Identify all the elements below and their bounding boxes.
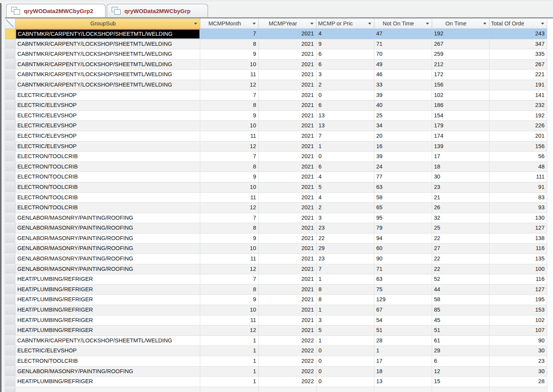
cell-mcmp-or-pric[interactable]: 22 [317, 234, 374, 244]
record-selector[interactable] [5, 90, 15, 101]
cell-mcmpyear[interactable]: 2021 [259, 39, 317, 50]
cell-mcmpmonth-empty[interactable] [200, 387, 259, 392]
cell-not-on-time[interactable]: 65 [374, 203, 432, 213]
cell-total-of-orde[interactable]: 221 [489, 70, 547, 80]
cell-mcmp-or-pric[interactable]: 23 [317, 254, 374, 264]
cell-mcmpmonth[interactable]: 7 [200, 90, 259, 101]
cell-on-time[interactable]: 212 [432, 60, 489, 70]
cell-mcmp-or-pric[interactable]: 4 [317, 193, 374, 203]
cell-mcmp-or-pric[interactable]: 8 [317, 285, 374, 295]
cell-on-time[interactable]: 85 [432, 305, 489, 315]
column-header-not-on-time[interactable]: Not On Time [374, 18, 432, 29]
record-selector[interactable] [5, 39, 15, 50]
cell-mcmpmonth[interactable]: 9 [200, 49, 259, 60]
cell-mcmp-or-pric[interactable]: 13 [317, 121, 374, 131]
cell-on-time[interactable]: 27 [432, 244, 489, 254]
cell-groupsub[interactable]: ELECTRIC/ELEVSHOP [15, 346, 200, 356]
cell-total-of-orde[interactable]: 83 [489, 193, 547, 203]
record-selector[interactable] [5, 264, 15, 275]
cell-mcmp-or-pric[interactable]: 5 [317, 325, 374, 336]
cell-mcmp-or-pric[interactable]: 0 [317, 367, 374, 377]
record-selector[interactable] [5, 234, 15, 244]
cell-mcmpmonth[interactable]: 7 [200, 274, 259, 285]
cell-mcmp-or-pric[interactable]: 1 [317, 142, 374, 152]
cell-total-of-orde[interactable]: 23 [489, 356, 547, 367]
cell-mcmpyear[interactable]: 2021 [259, 315, 317, 326]
cell-mcmp-or-pric[interactable]: 7 [317, 131, 374, 142]
cell-not-on-time[interactable]: 20 [374, 131, 432, 142]
cell-mcmpmonth[interactable]: 10 [200, 305, 259, 315]
cell-groupsub[interactable]: ELECTRIC/ELEVSHOP [15, 142, 200, 152]
cell-total-of-orde[interactable]: 28 [489, 377, 547, 387]
cell-not-on-time[interactable]: 94 [374, 234, 432, 244]
record-selector[interactable] [5, 121, 15, 131]
cell-groupsub[interactable]: GENLABOR/MASONRY/PAINTING/ROOFING [15, 223, 200, 234]
cell-on-time[interactable]: 45 [432, 315, 489, 326]
cell-on-time[interactable]: 186 [432, 100, 489, 111]
cell-not-on-time[interactable]: 58 [374, 193, 432, 203]
cell-mcmpmonth[interactable]: 12 [200, 264, 259, 275]
column-header-mcmpmonth[interactable]: MCMPMonth [200, 18, 259, 29]
cell-not-on-time[interactable]: 49 [374, 60, 432, 70]
record-selector[interactable] [5, 131, 15, 142]
record-selector[interactable] [5, 346, 15, 356]
cell-mcmpyear[interactable]: 2021 [259, 264, 317, 275]
filter-dropdown-icon[interactable] [253, 23, 256, 25]
cell-groupsub[interactable]: ELECTRON/TOOLCRIB [15, 182, 200, 193]
cell-mcmpmonth[interactable]: 8 [200, 39, 259, 50]
column-header-on-time[interactable]: On Time [432, 18, 489, 29]
record-selector[interactable] [5, 172, 15, 182]
cell-mcmpyear[interactable]: 2021 [259, 111, 317, 121]
cell-total-of-orde[interactable]: 201 [489, 131, 547, 142]
tab-qrywodata2mwcbygrp2[interactable]: qryWOData2MWCbyGrp2 [6, 4, 106, 17]
cell-mcmp-or-pric[interactable]: 6 [317, 162, 374, 172]
cell-total-of-orde[interactable]: 116 [489, 244, 547, 254]
cell-on-time[interactable]: 32 [432, 213, 489, 224]
cell-groupsub[interactable]: CABNTMKR/CARPENTY/LOCKSHOP/SHEETMTL/WELD… [15, 80, 200, 90]
record-selector[interactable] [5, 367, 15, 377]
tab-qrywodata2mwcbygrp[interactable]: qryWOData2MWCbyGrp [107, 4, 208, 17]
cell-mcmpmonth[interactable]: 11 [200, 70, 259, 80]
cell-groupsub[interactable]: CABNTMKR/CARPENTY/LOCKSHOP/SHEETMTL/WELD… [15, 39, 200, 50]
cell-mcmpmonth[interactable]: 8 [200, 100, 259, 111]
cell-groupsub[interactable]: HEAT/PLUMBING/REFRIGER [15, 274, 200, 285]
cell-mcmp-or-pric[interactable]: 3 [317, 315, 374, 326]
cell-mcmp-or-pric[interactable]: 0 [317, 356, 374, 367]
cell-not-on-time[interactable]: 18 [374, 367, 432, 377]
cell-not-on-time[interactable]: 1 [374, 346, 432, 356]
cell-total-of-orde[interactable]: 135 [489, 254, 547, 264]
column-header-mcmpyear[interactable]: MCMPYear [259, 18, 317, 29]
cell-not-on-time[interactable]: 16 [374, 142, 432, 152]
cell-mcmpyear[interactable]: 2022 [259, 356, 317, 367]
cell-groupsub[interactable]: CABNTMKR/CARPENTY/LOCKSHOP/SHEETMTL/WELD… [15, 70, 200, 80]
cell-mcmpyear[interactable]: 2021 [259, 244, 317, 254]
cell-total-of-orde[interactable]: 226 [489, 121, 547, 131]
cell-groupsub[interactable]: CABNTMKR/CARPENTY/LOCKSHOP/SHEETMTL/WELD… [15, 49, 200, 60]
cell-total-of-orde[interactable]: 156 [489, 142, 547, 152]
record-selector[interactable] [5, 377, 15, 387]
cell-on-time[interactable]: 154 [432, 111, 489, 121]
record-selector[interactable] [5, 336, 15, 346]
cell-groupsub[interactable]: HEAT/PLUMBING/REFRIGER [15, 295, 200, 305]
cell-not-on-time[interactable]: 54 [374, 315, 432, 326]
cell-total-of-orde[interactable]: 111 [489, 172, 547, 182]
cell-mcmpyear[interactable]: 2021 [259, 29, 317, 39]
cell-not-on-time[interactable]: 24 [374, 162, 432, 172]
cell-mcmpyear[interactable]: 2021 [259, 162, 317, 172]
cell-not-on-time[interactable]: 71 [374, 264, 432, 275]
cell-on-time[interactable]: 61 [432, 336, 489, 346]
cell-groupsub-empty[interactable] [15, 387, 200, 392]
record-selector[interactable] [5, 49, 15, 60]
cell-not-on-time[interactable]: 77 [374, 172, 432, 182]
cell-mcmpmonth[interactable]: 8 [200, 223, 259, 234]
record-selector[interactable] [5, 100, 15, 111]
record-selector[interactable] [5, 182, 15, 193]
cell-mcmpmonth[interactable]: 8 [200, 162, 259, 172]
cell-mcmpyear[interactable]: 2021 [259, 203, 317, 213]
cell-total-of-orde[interactable]: 102 [489, 315, 547, 326]
cell-on-time[interactable]: 21 [432, 193, 489, 203]
cell-mcmpyear[interactable]: 2021 [259, 90, 317, 101]
cell-total-of-orde[interactable]: 100 [489, 264, 547, 275]
cell-mcmpyear[interactable]: 2021 [259, 121, 317, 131]
cell-mcmp-or-pric[interactable]: 5 [317, 182, 374, 193]
